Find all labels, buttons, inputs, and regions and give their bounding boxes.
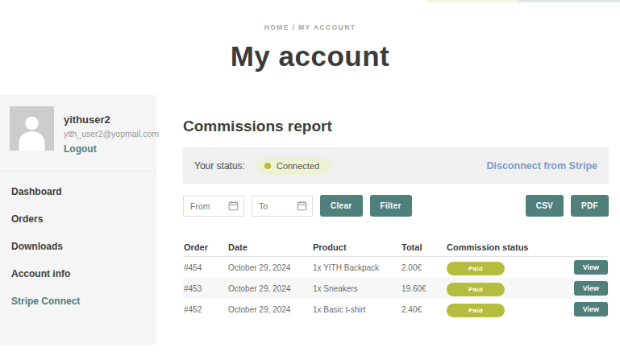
order-number: #454 [184,263,228,272]
order-date: October 29, 2024 [228,263,313,272]
status-badge: Connected [256,157,331,175]
user-name: yithuser2 [64,114,159,126]
date-from-field[interactable] [183,196,244,217]
order-total: 19.60€ [402,284,447,293]
order-product: 1x Sneakers [313,284,402,293]
order-product: 1x YITH Backpack [313,263,402,272]
order-date: October 29, 2024 [228,305,313,314]
col-header-commission-status: Commission status [447,242,568,252]
status-bar: Your status: Connected Disconnect from S… [183,147,609,184]
table-row: #453 October 29, 2024 1x Sneakers 19.60€… [183,278,609,299]
avatar [10,106,54,151]
top-accent-left [427,0,518,2]
page-title: My account [0,40,620,72]
commission-status-cell: Paid [447,280,568,296]
date-to-input[interactable] [259,201,293,211]
commission-status-cell: Paid [447,259,568,275]
order-number: #453 [184,284,228,293]
user-email: yith_user2@yopmail.com [64,129,159,139]
col-header-product: Product [313,242,402,252]
main-content: Commissions report Your status: Connecte… [183,118,609,320]
connected-dot-icon [264,163,271,169]
date-from-input[interactable] [190,201,225,211]
page: HOME / MY ACCOUNT My account yithuser2 y… [0,0,620,364]
order-total: 2.00€ [402,263,447,272]
order-product: 1x Basic t-shirt [313,305,402,314]
col-header-total: Total [402,242,447,252]
disconnect-from-stripe-link[interactable]: Disconnect from Stripe [486,160,597,172]
sidebar-divider [0,171,156,172]
top-accent-right [518,0,620,2]
view-button[interactable]: View [574,302,608,316]
calendar-icon[interactable] [297,201,307,211]
paid-badge: Paid [447,262,505,275]
status-left: Your status: Connected [194,157,331,175]
view-button[interactable]: View [574,281,608,296]
status-value: Connected [277,161,319,171]
paid-badge: Paid [447,304,505,317]
table-row: #454 October 29, 2024 1x YITH Backpack 2… [183,257,609,278]
table-row: #452 October 29, 2024 1x Basic t-shirt 2… [183,299,609,320]
sidebar-item-account-info[interactable]: Account info [0,260,156,287]
user-meta: yithuser2 yith_user2@yopmail.com Logout [64,106,159,155]
clear-button[interactable]: Clear [320,195,363,217]
order-total: 2.40€ [402,305,447,314]
export-pdf-button[interactable]: PDF [571,195,609,217]
sidebar-item-orders[interactable]: Orders [0,205,156,233]
logout-link[interactable]: Logout [64,143,159,155]
date-to-field[interactable] [252,196,313,217]
export-csv-button[interactable]: CSV [526,195,564,217]
person-icon [10,106,54,151]
filter-row: Clear Filter CSV PDF [183,195,609,217]
user-block: yithuser2 yith_user2@yopmail.com Logout [0,95,156,168]
order-date: October 29, 2024 [228,284,313,293]
view-button[interactable]: View [574,260,608,275]
sidebar-item-downloads[interactable]: Downloads [0,233,156,260]
paid-badge: Paid [447,283,505,296]
col-header-date: Date [228,242,313,252]
commissions-table: Order Date Product Total Commission stat… [183,238,609,320]
order-number: #452 [184,305,228,314]
commission-status-cell: Paid [447,301,568,317]
filter-button[interactable]: Filter [370,195,412,217]
commissions-report-heading: Commissions report [183,118,609,135]
col-header-order: Order [184,242,228,252]
calendar-icon[interactable] [228,201,239,211]
account-sidebar: yithuser2 yith_user2@yopmail.com Logout … [0,95,156,345]
sidebar-item-dashboard[interactable]: Dashboard [0,178,156,205]
sidebar-item-stripe-connect[interactable]: Stripe Connect [0,287,156,315]
table-header-row: Order Date Product Total Commission stat… [183,238,609,257]
status-label: Your status: [194,160,245,172]
breadcrumb[interactable]: HOME / MY ACCOUNT [0,23,620,31]
